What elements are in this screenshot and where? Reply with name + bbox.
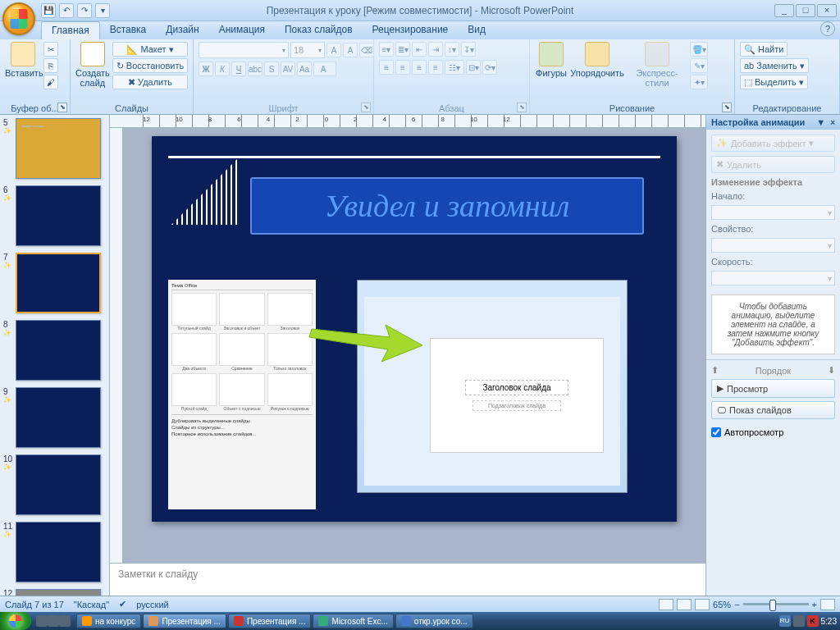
zoom-slider[interactable] xyxy=(743,603,809,605)
find-button[interactable]: 🔍 Найти xyxy=(740,42,788,57)
taskbar-item[interactable]: Презентация ... xyxy=(143,614,226,628)
reset-button[interactable]: ↻ Восстановить xyxy=(112,58,188,73)
para-launcher-icon[interactable]: ⬊ xyxy=(517,103,527,112)
tab-review[interactable]: Рецензирование xyxy=(363,21,459,39)
tab-home[interactable]: Главная xyxy=(41,21,100,39)
spacing-icon[interactable]: AV xyxy=(281,62,295,76)
tab-slideshow[interactable]: Показ слайдов xyxy=(275,21,363,39)
bullets-icon[interactable]: ≡▾ xyxy=(379,42,394,57)
ruler-horizontal[interactable]: 12108642024681012 xyxy=(110,115,705,128)
view-normal-icon[interactable] xyxy=(659,599,673,610)
qat-save-icon[interactable]: 💾 xyxy=(41,3,56,18)
qat-more-icon[interactable]: ▾ xyxy=(95,3,110,18)
zoom-out-icon[interactable]: − xyxy=(734,600,739,609)
quick-launch-icon[interactable] xyxy=(48,615,59,627)
quick-styles-button[interactable]: Экспресс-стили xyxy=(627,42,687,88)
view-show-icon[interactable] xyxy=(695,599,710,610)
layout-button[interactable]: 📐 Макет ▾ xyxy=(112,42,188,57)
slide-thumb-7[interactable] xyxy=(16,253,101,313)
clipboard-launcher-icon[interactable]: ⬊ xyxy=(57,103,67,112)
maximize-button[interactable]: □ xyxy=(796,4,815,17)
justify-icon[interactable]: ≡ xyxy=(428,60,443,75)
text-direction-icon[interactable]: ↧▾ xyxy=(461,42,476,57)
language-indicator[interactable]: RU xyxy=(779,615,791,627)
font-color-icon[interactable]: A xyxy=(313,62,336,76)
zoom-value[interactable]: 65% xyxy=(713,600,731,609)
minimize-button[interactable]: _ xyxy=(774,4,794,17)
new-slide-button[interactable]: Создать слайд xyxy=(75,42,110,88)
cut-icon[interactable]: ✂ xyxy=(43,42,58,57)
underline-icon[interactable]: Ч xyxy=(231,62,246,76)
align-center-icon[interactable]: ≡ xyxy=(395,60,410,75)
anim-pane-close-icon[interactable]: × xyxy=(830,118,835,127)
help-icon[interactable]: ? xyxy=(820,21,835,36)
numbering-icon[interactable]: ≣▾ xyxy=(395,42,410,57)
delete-button[interactable]: ✖ Удалить xyxy=(112,75,188,89)
format-painter-icon[interactable]: 🖌 xyxy=(43,75,58,89)
shapes-button[interactable]: Фигуры xyxy=(535,42,568,78)
preview-button[interactable]: ▶ Просмотр xyxy=(711,379,835,398)
shape-effects-icon[interactable]: ✦▾ xyxy=(690,75,708,89)
align-left-icon[interactable]: ≡ xyxy=(379,60,394,75)
font-launcher-icon[interactable]: ⬊ xyxy=(361,103,371,112)
font-family-combo[interactable]: ▾ xyxy=(199,42,289,58)
tray-icon[interactable] xyxy=(793,615,805,627)
strike-icon[interactable]: abc xyxy=(248,62,262,76)
status-lang[interactable]: русский xyxy=(136,600,168,609)
anim-pane-dropdown-icon[interactable]: ▼ xyxy=(816,117,825,127)
slide-panel[interactable]: 5✨Увидел и узнал 6✨ 7✨ 8✨ 9✨ 10✨ 11✨ 12 xyxy=(0,115,110,612)
clock[interactable]: 5:23 xyxy=(821,617,837,626)
bold-icon[interactable]: Ж xyxy=(199,62,213,76)
case-icon[interactable]: Aa xyxy=(297,62,312,76)
draw-launcher-icon[interactable]: ⬊ xyxy=(722,103,732,112)
kaspersky-icon[interactable]: K xyxy=(807,615,819,627)
select-button[interactable]: ⬚ Выделить ▾ xyxy=(740,75,808,89)
slide-thumb-9[interactable] xyxy=(16,387,101,448)
tab-animation[interactable]: Анимация xyxy=(209,21,275,39)
zoom-in-icon[interactable]: + xyxy=(812,600,817,609)
spellcheck-icon[interactable]: ✔ xyxy=(119,599,126,609)
align-text-icon[interactable]: ⊟▾ xyxy=(466,60,481,75)
paste-button[interactable]: Вставить xyxy=(5,42,41,78)
office-button[interactable] xyxy=(2,2,35,35)
outdent-icon[interactable]: ⇤ xyxy=(412,42,427,57)
slide-thumb-10[interactable] xyxy=(16,454,101,515)
add-effect-button[interactable]: ✨ Добавить эффект ▾ xyxy=(711,135,835,152)
grow-font-icon[interactable]: A xyxy=(326,43,341,57)
current-slide[interactable]: Увидел и запомнил Тема Office Титульный … xyxy=(152,136,677,522)
align-right-icon[interactable]: ≡ xyxy=(412,60,427,75)
indent-icon[interactable]: ⇥ xyxy=(428,42,443,57)
slide-thumb-8[interactable] xyxy=(16,320,101,381)
autopreview-checkbox[interactable] xyxy=(711,427,721,437)
taskbar-item[interactable]: Презентация ... xyxy=(228,614,312,628)
reorder-down-icon[interactable]: ⬇ xyxy=(828,365,835,376)
start-combo[interactable]: ▾ xyxy=(711,205,835,220)
shadow-icon[interactable]: S xyxy=(264,62,279,76)
tab-design[interactable]: Дизайн xyxy=(156,21,208,39)
ruler-vertical[interactable] xyxy=(110,128,123,563)
quick-launch-icon[interactable] xyxy=(59,615,71,627)
qat-undo-icon[interactable]: ↶ xyxy=(59,3,74,18)
qat-redo-icon[interactable]: ↷ xyxy=(77,3,92,18)
clear-format-icon[interactable]: ⌫ xyxy=(359,43,374,57)
taskbar-item[interactable]: Microsoft Exc... xyxy=(313,614,393,628)
font-size-combo[interactable]: 18▾ xyxy=(290,42,325,58)
tab-view[interactable]: Вид xyxy=(458,21,495,39)
slide-title-box[interactable]: Увидел и запомнил xyxy=(250,177,644,235)
property-combo[interactable]: ▾ xyxy=(711,238,835,253)
slide-thumb-6[interactable] xyxy=(16,185,101,246)
slide-canvas[interactable]: Увидел и запомнил Тема Office Титульный … xyxy=(123,128,705,563)
arrange-button[interactable]: Упорядочить xyxy=(570,42,624,78)
line-spacing-icon[interactable]: ↕▾ xyxy=(445,42,459,57)
taskbar-item[interactable]: откр.урок со... xyxy=(395,614,473,628)
smartart-icon[interactable]: ⟳▾ xyxy=(482,60,497,75)
view-sorter-icon[interactable] xyxy=(677,599,692,610)
fit-window-icon[interactable] xyxy=(820,599,835,610)
slide-thumb-11[interactable] xyxy=(16,522,101,582)
quick-launch-icon[interactable] xyxy=(36,615,48,627)
slideshow-button[interactable]: 🖵 Показ слайдов xyxy=(711,401,835,419)
taskbar-item[interactable]: на конкурс xyxy=(76,614,141,628)
remove-effect-button[interactable]: ✖ Удалить xyxy=(711,156,835,173)
start-button[interactable] xyxy=(0,612,31,630)
tab-insert[interactable]: Вставка xyxy=(100,21,157,39)
